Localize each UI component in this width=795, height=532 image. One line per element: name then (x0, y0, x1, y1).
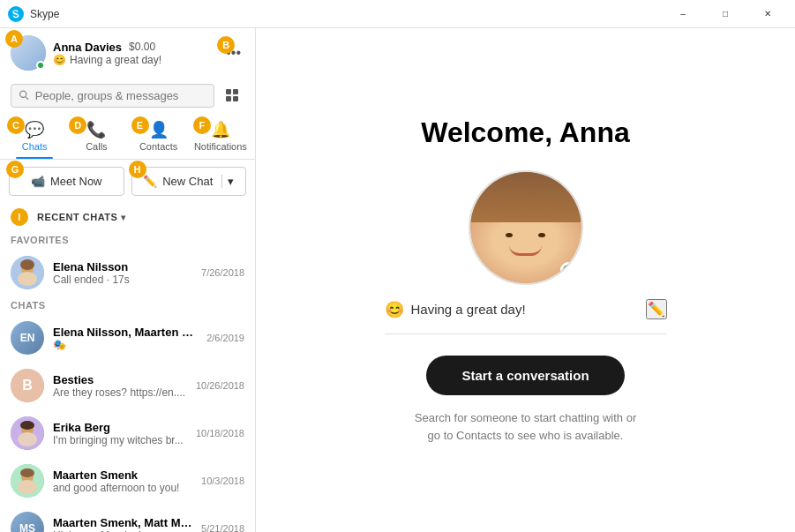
contact-info: Besties Are they roses? https://en.... (53, 373, 187, 399)
contact-info: Erika Berg I'm bringing my witches br... (53, 421, 187, 446)
contact-name: Erika Berg (53, 421, 187, 434)
contact-info: Maarten Smenk, Matt Mill... Hi, happy Mo… (53, 516, 192, 533)
tab-chats[interactable]: C 💬 Chats (4, 115, 65, 157)
meet-now-icon: 📹 (31, 175, 45, 188)
avatar: MS (11, 512, 44, 532)
avatar (11, 416, 44, 450)
action-buttons: G 📹 Meet Now H ✏️ New Chat ▾ (0, 160, 255, 203)
badge-h: H (129, 161, 146, 178)
minimize-button[interactable]: – (663, 0, 703, 28)
contact-info: Maarten Smenk and good afternoon to you! (53, 468, 192, 494)
contact-name: Besties (53, 373, 187, 386)
contact-name: Maarten Smenk, Matt Mill... (53, 516, 192, 529)
tab-calls-label: Calls (86, 141, 107, 152)
avatar (11, 256, 44, 289)
sidebar: A Anna Davies $0.00 😊 Having a great day… (0, 28, 256, 532)
svg-point-16 (18, 432, 37, 446)
list-item[interactable]: EN Elena Nilsson, Maarten Sm... 🎭 2/6/20… (0, 314, 255, 362)
new-chat-icon: ✏️ (143, 175, 157, 188)
tab-contacts-label: Contacts (139, 141, 177, 152)
contacts-icon: 👤 (149, 120, 169, 139)
list-item[interactable]: Erika Berg I'm bringing my witches br...… (0, 409, 255, 457)
svg-point-19 (20, 468, 34, 477)
online-status-dot (36, 61, 45, 70)
contact-info: Elena Nilsson, Maarten Sm... 🎭 (53, 326, 198, 351)
tab-contacts[interactable]: E 👤 Contacts (128, 115, 190, 157)
search-input[interactable] (35, 89, 206, 102)
contact-preview: Are they roses? https://en.... (53, 386, 187, 399)
message-time: 7/26/2018 (201, 267, 244, 278)
notifications-icon: 🔔 (211, 120, 230, 139)
message-time: 10/3/2018 (201, 476, 244, 486)
edit-status-button[interactable]: ✏️ (646, 299, 667, 319)
grid-button[interactable] (220, 83, 244, 108)
message-time: 5/21/2018 (201, 523, 244, 532)
tab-notifications-label: Notifications (194, 141, 247, 152)
list-item[interactable]: MS Maarten Smenk, Matt Mill... Hi, happy… (0, 505, 255, 532)
message-time: 10/26/2018 (196, 380, 244, 391)
message-time: 2/6/2019 (206, 333, 244, 343)
titlebar: Skype – □ ✕ (0, 0, 795, 28)
svg-point-15 (20, 421, 34, 430)
main-layout: A Anna Davies $0.00 😊 Having a great day… (0, 28, 795, 532)
welcome-panel: Welcome, Anna 😊 Having a great day! ✏️ S… (256, 28, 795, 532)
contact-preview: Hi, happy Monday! (53, 529, 192, 533)
maximize-button[interactable]: □ (705, 0, 746, 28)
profile-area: A Anna Davies $0.00 😊 Having a great day… (0, 28, 255, 78)
new-chat-button[interactable]: H ✏️ New Chat ▾ (131, 167, 247, 196)
svg-rect-4 (233, 89, 238, 94)
svg-point-10 (18, 272, 37, 286)
titlebar-title: Skype (30, 8, 663, 20)
contact-name: Maarten Smenk (53, 468, 192, 482)
status-emoji: 😊 (385, 300, 404, 319)
skype-logo-icon (7, 5, 25, 23)
badge-c: C (7, 116, 25, 134)
list-item[interactable]: Elena Nilsson Call ended · 17s 7/26/2018 (0, 249, 255, 296)
close-button[interactable]: ✕ (747, 0, 788, 28)
profile-status: 😊 Having a great day! (53, 54, 215, 66)
chats-icon: 💬 (25, 120, 44, 139)
status-emoji: 😊 (53, 54, 66, 66)
badge-d: D (69, 116, 86, 134)
recent-chevron-icon: ▾ (121, 213, 126, 222)
contact-avatar-img (11, 464, 44, 498)
contact-preview: I'm bringing my witches br... (53, 434, 187, 446)
contact-avatar-img (11, 256, 44, 289)
favorites-label: FAVORITES (0, 231, 255, 249)
list-item[interactable]: B Besties Are they roses? https://en....… (0, 362, 255, 409)
meet-now-button[interactable]: G 📹 Meet Now (9, 167, 124, 196)
avatar: B (11, 369, 44, 402)
contact-name: Elena Nilsson, Maarten Sm... (53, 326, 198, 339)
chats-section-label: CHATS (0, 296, 255, 314)
svg-line-2 (26, 97, 28, 100)
tab-calls[interactable]: D 📞 Calls (65, 115, 127, 157)
search-icon (19, 89, 30, 101)
badge-a: A (5, 30, 23, 48)
chat-list: FAVORITES Elena Nilsson Call ended · 17s… (0, 231, 255, 532)
avatar: EN (11, 321, 44, 355)
svg-point-9 (20, 259, 34, 270)
recent-chats-header: I RECENT CHATS ▾ (0, 203, 255, 231)
search-wrap (11, 84, 214, 108)
new-chat-label: New Chat (162, 175, 213, 188)
contact-avatar-img (11, 416, 44, 450)
avatar (11, 464, 44, 498)
badge-f: F (193, 116, 211, 134)
tab-chats-label: Chats (22, 141, 48, 152)
contact-name: Elena Nilsson (53, 260, 192, 273)
tab-notifications[interactable]: F 🔔 Notifications (190, 115, 251, 157)
list-item[interactable]: Maarten Smenk and good afternoon to you!… (0, 457, 255, 505)
contact-preview: and good afternoon to you! (53, 482, 192, 494)
calls-icon: 📞 (86, 120, 106, 139)
start-conversation-button[interactable]: Start a conversation (426, 356, 624, 395)
profile-name: Anna Davies (53, 41, 122, 54)
search-area (0, 78, 255, 113)
badge-g: G (6, 161, 24, 178)
titlebar-controls: – □ ✕ (663, 0, 788, 28)
profile-info: Anna Davies $0.00 😊 Having a great day! (53, 41, 215, 66)
svg-point-1 (20, 91, 26, 97)
welcome-title: Welcome, Anna (421, 116, 630, 149)
svg-rect-3 (226, 89, 231, 94)
badge-e: E (131, 116, 149, 134)
contact-preview: 🎭 (53, 339, 198, 351)
